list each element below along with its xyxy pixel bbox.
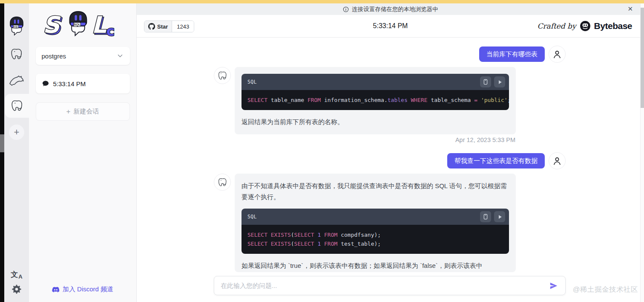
user-message-row: 当前库下有哪些表	[479, 46, 566, 63]
assistant-text: 由于不知道具体表中是否有数据，我只能提供查询表中是否有数据的 SQL 语句，您可…	[242, 180, 509, 203]
postgresql-elephant-icon	[9, 98, 25, 113]
info-icon	[342, 6, 349, 13]
code-block-header: SQL	[242, 209, 509, 225]
notification-banner: 连接设置存储在您的本地浏览器中 ✕	[137, 3, 644, 15]
sqlchat-bot-icon	[8, 15, 25, 36]
message-timestamp: Apr 12, 2023 5:33 PM	[455, 136, 515, 143]
discord-icon	[52, 286, 60, 293]
user-message-bubble[interactable]: 当前库下有哪些表	[479, 46, 545, 62]
send-icon	[549, 281, 558, 290]
conversation-title: 5:33:14 PM	[53, 80, 86, 87]
connection-icon-strip: + 文 A	[4, 3, 29, 302]
conversation-panel: S S L L c postgres 5:33:14 PM + 新建会话 加入 …	[29, 3, 137, 302]
code-language-label: SQL	[247, 214, 257, 220]
speech-bubble-icon	[42, 80, 49, 87]
send-button[interactable]	[549, 281, 559, 291]
language-toggle-button[interactable]: 文 A	[11, 271, 22, 278]
left-scrollbar-track[interactable]	[0, 3, 4, 302]
sqlchat-logo: S S L L c	[41, 9, 124, 38]
banner-text: 连接设置存储在您的本地浏览器中	[352, 6, 438, 13]
sql-code-block: SQL SELECT table_name FROM information_	[242, 74, 509, 110]
code-content[interactable]: SELECT table_name FROM information_schem…	[242, 90, 509, 110]
watermark-text: @稀土掘金技术社区	[573, 285, 638, 294]
settings-button[interactable]	[12, 284, 22, 294]
assistant-avatar	[214, 67, 231, 84]
chat-main-area: 连接设置存储在您的本地浏览器中 ✕ Star 1243 5:33:14 PM C…	[137, 3, 644, 302]
play-icon	[497, 214, 503, 220]
github-star-button[interactable]: Star 1243	[144, 20, 194, 32]
code-block-header: SQL	[242, 74, 509, 90]
translate-icon: 文 A	[11, 271, 22, 278]
plus-icon: +	[14, 127, 20, 138]
bytebase-wordmark: Bytebase	[594, 21, 632, 31]
sidebar-item-postgres-connection[interactable]	[9, 46, 25, 62]
chevron-down-icon	[116, 52, 124, 60]
assistant-message-bubble: SQL SELECT table_name FROM information_	[235, 67, 516, 134]
chat-header: Star 1243 5:33:14 PM Crafted by Bytebase	[137, 15, 644, 38]
code-language-label: SQL	[247, 79, 257, 85]
sql-chat-app: + 文 A S S L L c postgres 5:33:14	[0, 0, 644, 302]
github-icon	[148, 23, 155, 30]
mysql-dolphin-icon	[9, 73, 25, 86]
sql-code-block: SQL SELECT EXISTS(SELECT 1 FROM compdfs	[242, 209, 509, 254]
copy-icon	[482, 78, 489, 85]
window-top-strip	[0, 0, 644, 3]
run-code-button[interactable]	[494, 211, 505, 222]
message-input[interactable]	[221, 282, 549, 289]
assistant-avatar	[214, 174, 231, 191]
conversation-title-time: 5:33:14 PM	[373, 22, 408, 30]
assistant-message-row: 由于不知道具体表中是否有数据，我只能提供查询表中是否有数据的 SQL 语句，您可…	[214, 174, 516, 272]
user-avatar	[549, 46, 566, 63]
svg-text:c: c	[106, 23, 115, 38]
new-conversation-label: 新建会话	[73, 107, 99, 116]
copy-code-button[interactable]	[480, 211, 491, 222]
assistant-message-bubble: 由于不知道具体表中是否有数据，我只能提供查询表中是否有数据的 SQL 语句，您可…	[235, 174, 516, 272]
connection-name: postgres	[42, 52, 66, 60]
gear-icon	[12, 284, 22, 294]
crafted-by-text: Crafted by	[537, 22, 576, 30]
bytebase-logo-icon	[580, 20, 591, 32]
conversation-list-item[interactable]: 5:33:14 PM	[36, 74, 130, 93]
connection-selector[interactable]: postgres	[36, 47, 130, 65]
user-avatar	[549, 152, 566, 169]
user-message-row: 帮我查一下这些表是否有数据	[447, 152, 566, 169]
message-input-bar	[214, 276, 566, 295]
sidebar-item-mysql-connection[interactable]	[8, 72, 25, 87]
left-scrollbar-thumb[interactable]	[0, 134, 4, 152]
crafted-by-brand[interactable]: Crafted by Bytebase	[537, 20, 632, 32]
code-content[interactable]: SELECT EXISTS(SELECT 1 FROM compdfsany);…	[242, 225, 509, 254]
user-message-bubble[interactable]: 帮我查一下这些表是否有数据	[447, 153, 545, 168]
right-scrollbar-thumb[interactable]	[641, 8, 644, 108]
assistant-text: 返回结果为当前库下所有表的名称。	[242, 116, 509, 128]
person-icon	[552, 49, 562, 59]
new-conversation-button[interactable]: + 新建会话	[36, 102, 130, 121]
close-icon[interactable]: ✕	[627, 5, 633, 13]
sidebar-item-postgres-connection-active[interactable]	[5, 94, 29, 118]
assistant-message-row: SQL SELECT table_name FROM information_	[214, 67, 516, 134]
postgresql-elephant-icon	[217, 177, 228, 188]
postgresql-elephant-icon	[9, 46, 24, 62]
github-star-label: Star	[157, 23, 168, 30]
play-icon	[497, 79, 503, 85]
assistant-text-clipped: 如果返回结果为 `true`，则表示该表中有数据；如果返回结果为 `false`…	[242, 260, 509, 271]
person-icon	[552, 156, 562, 166]
run-code-button[interactable]	[494, 76, 505, 87]
github-star-count: 1243	[172, 21, 194, 32]
join-discord-link[interactable]: 加入 Discord 频道	[52, 285, 113, 293]
right-scrollbar-track[interactable]	[640, 3, 644, 302]
postgresql-elephant-icon	[217, 70, 228, 81]
join-discord-label: 加入 Discord 频道	[63, 285, 113, 293]
svg-text:S: S	[43, 12, 61, 38]
message-list: 当前库下有哪些表 SQL	[214, 38, 566, 276]
copy-code-button[interactable]	[480, 76, 491, 87]
sidebar-item-sqlchat-bot[interactable]	[8, 15, 26, 36]
svg-text:L: L	[92, 12, 106, 38]
plus-icon: +	[66, 107, 71, 116]
add-connection-button[interactable]: +	[9, 125, 24, 140]
copy-icon	[482, 213, 489, 220]
